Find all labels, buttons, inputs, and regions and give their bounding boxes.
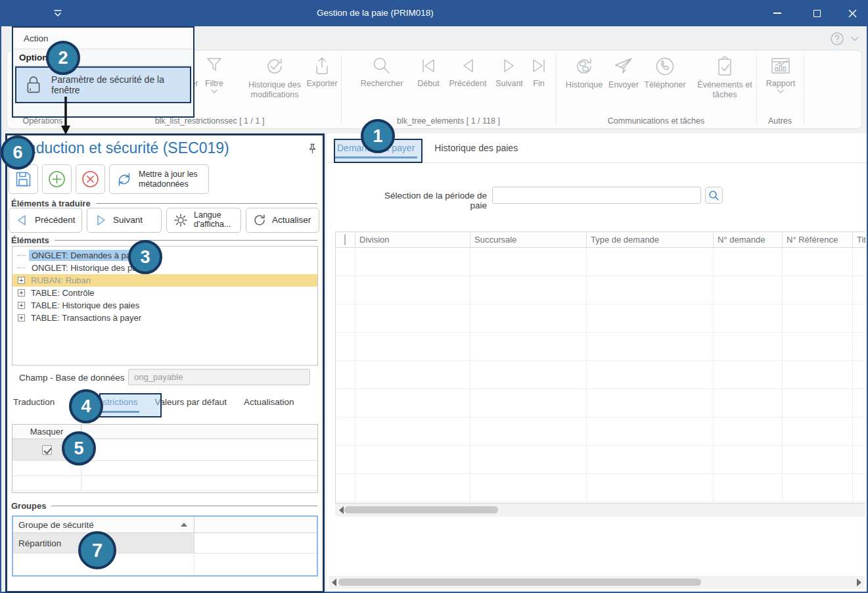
panel-title: Traduction et sécurité (SEC019) [14, 139, 229, 157]
column-header-titre[interactable]: Titre [853, 232, 865, 247]
sort-ascending-icon[interactable] [181, 523, 187, 527]
groupe-securite-column-header[interactable]: Groupe de sécurité [13, 517, 194, 533]
ribbon-button-debut[interactable]: Début [413, 55, 444, 89]
ribbon-group-comm: Communications et tâches [556, 116, 756, 126]
left-triangle-icon [15, 213, 30, 227]
report-chart-icon [769, 55, 792, 76]
action-menu-overlay: Action Options Paramètre de sécurité de … [12, 26, 194, 118]
tree-item-table-historique[interactable]: + TABLE: Historique des paies [12, 299, 317, 312]
precedent-button[interactable]: Précédent [9, 208, 82, 233]
table-row[interactable] [336, 304, 865, 333]
table-row[interactable] [12, 439, 317, 461]
update-metadata-label: Mettre à jour les métadonnées [139, 170, 203, 189]
quick-access-caret-icon[interactable] [53, 9, 63, 18]
ribbon-group-autres: Autres [756, 116, 804, 126]
tree-item-table-controle[interactable]: + TABLE: Contrôle [12, 287, 317, 299]
translation-security-panel: Traduction et sécurité (SEC019) Mettre à… [5, 133, 325, 593]
ribbon-button-telephoner[interactable]: Téléphoner [641, 55, 689, 90]
menu-item-parametre-securite[interactable]: Paramètre de sécurité de la fenêtre [15, 66, 191, 103]
ribbon-button-rapport[interactable]: Rapport [762, 55, 800, 96]
pin-icon[interactable] [308, 143, 317, 154]
tree-item-table-transactions[interactable]: + TABLE: Transactions à payer [12, 312, 317, 324]
first-record-icon [419, 55, 438, 76]
tasks-clipboard-icon [714, 55, 735, 78]
periode-paie-label: Sélection de la période de paie [366, 191, 487, 210]
update-metadata-button[interactable]: Mettre à jour les métadonnées [109, 164, 209, 194]
table-row[interactable] [336, 276, 865, 304]
tree-item-ruban[interactable]: + RUBAN: Ruban [12, 274, 317, 287]
ribbon-button-suivant[interactable]: Suivant [492, 55, 526, 89]
expand-plus-icon[interactable]: + [18, 289, 25, 296]
ribbon-button-fin[interactable]: Fin [528, 55, 550, 89]
search-icon [371, 55, 392, 76]
table-row[interactable]: Répartition [13, 533, 317, 554]
suivant-button[interactable]: Suivant [87, 208, 162, 233]
champ-base-donnees-field[interactable] [128, 369, 310, 385]
table-row[interactable] [336, 446, 865, 474]
add-button[interactable] [42, 164, 72, 194]
ribbon-button-evenements[interactable]: Événements et tâches [696, 55, 754, 100]
masquer-checkbox[interactable] [42, 445, 52, 455]
scroll-left-icon[interactable] [332, 579, 336, 586]
expand-plus-icon[interactable]: + [18, 302, 25, 309]
periode-paie-search-button[interactable] [705, 187, 723, 204]
table-row[interactable] [336, 361, 865, 389]
periode-paie-input[interactable] [492, 187, 701, 204]
previous-record-icon [458, 55, 478, 76]
table-row[interactable] [13, 554, 317, 574]
callout-3: 3 [128, 240, 162, 274]
minimize-button[interactable] [762, 0, 792, 26]
plus-circle-icon [47, 170, 66, 189]
restrictions-table: Masquer [12, 424, 318, 493]
tab-actualisation[interactable]: Actualisation [244, 397, 294, 407]
table-row[interactable] [336, 248, 865, 276]
elements-tree: ONGLET: Demandes à payer ONGLET: Histori… [12, 246, 318, 366]
scrollbar-thumb[interactable] [344, 506, 498, 513]
menu-section-options: Options [13, 49, 193, 66]
tab-valeurs-par-defaut[interactable]: Valeurs par défaut [155, 397, 227, 407]
column-header-type[interactable]: Type de demande [587, 232, 714, 247]
expand-plus-icon[interactable]: + [18, 277, 25, 284]
help-icon[interactable] [830, 32, 844, 46]
table-row[interactable] [336, 333, 865, 361]
table-row[interactable] [12, 461, 317, 476]
menu-tab-action[interactable]: Action [13, 28, 193, 49]
actualiser-button[interactable]: Actualiser [246, 208, 319, 233]
section-groupes: Groupes [11, 501, 317, 511]
export-icon [311, 55, 332, 76]
expand-plus-icon[interactable]: + [18, 314, 25, 321]
callout-4: 4 [69, 389, 103, 423]
table-row[interactable] [336, 417, 865, 446]
tab-traduction[interactable]: Traduction [13, 397, 55, 407]
table-row[interactable] [336, 389, 865, 417]
column-header-succursale[interactable]: Succursale [470, 232, 587, 247]
right-triangle-icon [93, 213, 108, 227]
select-all-checkbox[interactable] [344, 234, 346, 245]
ribbon-button-exporter[interactable]: Exporter [300, 55, 344, 89]
table-row[interactable] [336, 474, 865, 502]
delete-button[interactable] [76, 164, 105, 194]
ribbon-button-rechercher[interactable]: Rechercher [357, 55, 407, 89]
tree-item-onglet-demandes[interactable]: ONGLET: Demandes à payer [12, 249, 317, 262]
panel-horizontal-scrollbar[interactable] [329, 576, 865, 589]
column-header-no-reference[interactable]: N° Référence [783, 232, 853, 247]
ribbon-button-filtre[interactable]: Filtre [195, 55, 233, 96]
table-horizontal-scrollbar[interactable] [335, 504, 865, 517]
scroll-right-icon[interactable] [857, 579, 861, 586]
collapse-ribbon-icon[interactable] [851, 36, 859, 41]
maximize-button[interactable] [802, 0, 832, 26]
ribbon-group-restrictions: blk_list_restrictionssec [ 1 / 1 ] [78, 116, 341, 126]
ribbon-button-precedent[interactable]: Précédent [445, 55, 491, 89]
table-row[interactable] [12, 476, 317, 491]
ribbon-button-historique[interactable]: Historique [560, 55, 608, 90]
close-button[interactable] [837, 0, 867, 26]
langue-affichage-button[interactable]: Langue d'afficha... [166, 208, 241, 233]
ribbon-button-envoyer[interactable]: Envoyer [606, 55, 641, 90]
scrollbar-thumb[interactable] [338, 579, 701, 586]
ribbon-separator [756, 55, 757, 124]
column-header-division[interactable]: Division [355, 232, 470, 247]
column-header-no-demande[interactable]: N° demande [714, 232, 783, 247]
scroll-left-icon[interactable] [339, 506, 344, 514]
tree-item-onglet-historique[interactable]: ONGLET: Historique des paies [12, 262, 317, 274]
tab-historique-des-paies[interactable]: Historique des paies [434, 143, 518, 153]
